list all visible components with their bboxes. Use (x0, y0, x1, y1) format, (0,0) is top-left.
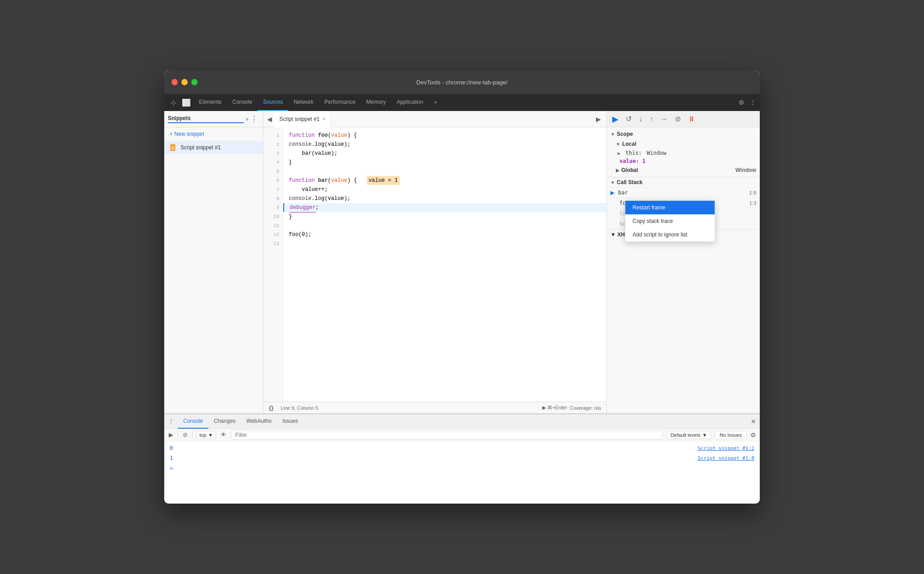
code-line-2: console.log(value); (283, 140, 606, 149)
window-controls (171, 79, 198, 85)
pause-exceptions-button[interactable]: ⏸ (686, 113, 697, 125)
context-label: top (199, 432, 206, 438)
scope-title: Scope (617, 131, 633, 137)
debugger-toolbar: ▶ ↺ ↓ ↑ → ⊘ ⏸ (607, 111, 760, 127)
snippet-item[interactable]: {} Script snippet #1 (164, 141, 263, 154)
title-bar: DevTools - chrome://new-tab-page/ (164, 70, 760, 94)
step-out-button[interactable]: ↑ (648, 113, 655, 125)
format-icon[interactable]: {} (269, 404, 273, 411)
separator-2 (192, 431, 193, 439)
editor-nav-icon[interactable]: ◀ (265, 114, 274, 125)
console-source-0[interactable]: Script snippet #1:2 (698, 445, 754, 451)
global-title: Global (621, 167, 638, 173)
deactivate-button[interactable]: ⊘ (673, 113, 683, 125)
editor-tab-close-icon[interactable]: × (322, 116, 325, 122)
code-line-7: value++; (283, 185, 606, 194)
cursor-icon[interactable]: ⊹ (168, 98, 179, 107)
main-tab-actions: ⚙ ⋮ (739, 99, 756, 106)
tab-network[interactable]: Network (288, 94, 319, 111)
bottom-tab-changes[interactable]: Changes (208, 414, 241, 429)
sidebar-chevron-icon[interactable]: » (245, 116, 249, 122)
sidebar-menu-button[interactable]: ⋮ (249, 114, 259, 124)
editor-status-bar: {} Line 9, Column 5 ▶ ⌘+Enter Coverage: … (263, 402, 606, 413)
tab-elements[interactable]: Elements (194, 94, 227, 111)
code-line-5 (283, 167, 606, 176)
run-shortcut[interactable]: ▶ ⌘+Enter (542, 405, 567, 411)
ctx-restart-frame[interactable]: Restart frame (625, 201, 715, 214)
svg-text:{}: {} (171, 146, 174, 150)
callstack-section: ▼ Call Stack ▶ bar 1:9 Restart frame Cop… (607, 177, 760, 413)
snippet-file-icon: {} (170, 144, 177, 151)
local-title: Local (622, 141, 636, 147)
bottom-menu-icon[interactable]: ⋮ (168, 418, 174, 425)
cursor-location: Line 9, Column 5 (281, 405, 318, 411)
levels-arrow-icon: ▼ (702, 432, 707, 438)
console-output-line-1: 1 Script snippet #1:8 (164, 453, 760, 463)
console-run-icon[interactable]: ▶ (168, 430, 174, 439)
local-scope-header[interactable]: ▼ Local (607, 139, 760, 149)
frame-foo-loc: 1:3 (749, 200, 756, 206)
ctx-copy-stack-trace[interactable]: Copy stack trace (625, 214, 715, 228)
editor-area: ◀ Script snippet #1 × ▶ 1 2 3 4 5 6 7 8 (263, 111, 606, 413)
local-arrow-icon: ▼ (616, 142, 620, 147)
console-settings-icon[interactable]: ⚙ (750, 431, 756, 439)
console-prompt-line[interactable]: > (164, 463, 760, 473)
global-arrow-icon: ▶ (616, 168, 619, 173)
global-scope-header[interactable]: ▶ Global Window (607, 165, 760, 175)
step-button[interactable]: → (659, 113, 670, 125)
code-editor: 1 2 3 4 5 6 7 8 9 10 11 12 13 function f… (263, 127, 606, 402)
callstack-header[interactable]: ▼ Call Stack (607, 177, 760, 188)
this-arrow-icon: ▶ (618, 151, 620, 156)
device-icon[interactable]: ⬜ (179, 98, 194, 107)
tab-more[interactable]: » (429, 94, 443, 111)
line-numbers: 1 2 3 4 5 6 7 8 9 10 11 12 13 (263, 127, 283, 402)
console-context-selector[interactable]: top ▼ (196, 431, 216, 439)
editor-tab-snippet1[interactable]: Script snippet #1 × (274, 111, 331, 127)
tab-memory[interactable]: Memory (361, 94, 391, 111)
minimize-button[interactable] (181, 79, 188, 85)
tab-performance[interactable]: Performance (319, 94, 361, 111)
code-lines[interactable]: function foo(value) { console.log(value)… (283, 127, 606, 402)
bottom-tab-webauthn[interactable]: WebAuthn (241, 414, 277, 429)
settings-icon[interactable]: ⚙ (739, 99, 744, 106)
bottom-tabs: ⋮ Console Changes WebAuthn Issues ✕ (164, 414, 760, 429)
step-over-button[interactable]: ↺ (624, 113, 633, 125)
console-source-1[interactable]: Script snippet #1:8 (698, 455, 754, 461)
resume-button[interactable]: ▶ (610, 112, 620, 126)
tab-sources[interactable]: Sources (258, 94, 288, 111)
step-into-button[interactable]: ↓ (637, 113, 644, 125)
code-line-9: debugger; (283, 203, 606, 212)
context-arrow-icon: ▼ (208, 432, 213, 438)
console-levels-selector[interactable]: Default levels ▼ (666, 431, 711, 439)
scope-header[interactable]: ▼ Scope (607, 129, 760, 139)
callstack-arrow-icon: ▼ (610, 180, 615, 185)
active-frame-icon: ▶ (610, 190, 614, 196)
console-output-line-0: 0 Script snippet #1:2 (164, 443, 760, 453)
console-filter-input[interactable] (231, 430, 663, 440)
coverage-label: Coverage: n/a (570, 405, 601, 411)
close-button[interactable] (171, 79, 178, 85)
new-snippet-label: + New snippet (170, 131, 204, 137)
ctx-add-to-ignore-list[interactable]: Add script to ignore list (625, 228, 715, 241)
tab-application[interactable]: Application (391, 94, 429, 111)
console-value-0: 0 (170, 445, 188, 451)
bottom-panel: ⋮ Console Changes WebAuthn Issues ✕ ▶ ⊘ … (164, 413, 760, 504)
editor-tab-label: Script snippet #1 (279, 116, 319, 122)
bottom-close-icon[interactable]: ✕ (751, 418, 756, 425)
new-snippet-button[interactable]: + New snippet (164, 127, 263, 141)
callstack-item-bar[interactable]: ▶ bar 1:9 Restart frame Copy stack trace… (607, 188, 760, 198)
editor-run-icon[interactable]: ▶ (592, 114, 605, 125)
separator-1 (178, 431, 178, 439)
console-block-icon[interactable]: ⊘ (182, 430, 189, 439)
bottom-tab-console[interactable]: Console (178, 414, 208, 429)
sidebar: Snippets » ⋮ + New snippet {} Script sni… (164, 111, 263, 413)
maximize-button[interactable] (191, 79, 198, 85)
status-run: ▶ ⌘+Enter Coverage: n/a (542, 405, 601, 411)
bottom-tab-issues[interactable]: Issues (277, 414, 304, 429)
console-issues-button[interactable]: No Issues (715, 431, 747, 439)
console-output: 0 Script snippet #1:2 1 Script snippet #… (164, 441, 760, 504)
window-title: DevTools - chrome://new-tab-page/ (416, 79, 508, 86)
tab-console[interactable]: Console (227, 94, 258, 111)
console-eye-icon[interactable]: 👁 (220, 430, 227, 439)
kebab-icon[interactable]: ⋮ (750, 99, 756, 106)
